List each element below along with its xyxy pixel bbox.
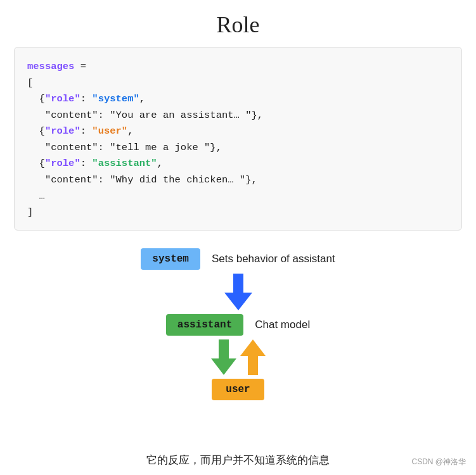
arrow-shaft-orange [248,356,258,375]
val-system: "system" [92,93,139,104]
arrow-up-orange [240,339,266,375]
code-line-4: "content": "You are an assistant… "}, [27,108,449,124]
double-arrow-row [211,339,266,375]
assistant-box: assistant [166,314,243,336]
assistant-row: assistant Chat model [166,314,310,336]
key-role-system: "role" [45,93,80,104]
page-title: Role [0,0,476,47]
assistant-description: Chat model [255,319,310,331]
val-user: "user" [92,125,127,137]
arrow-system-to-assistant [224,274,252,310]
code-line-9: … [27,189,449,205]
arrow-head-green [211,358,236,375]
watermark: CSDN @神洛华 [411,457,466,467]
val-assistant: "assistant" [92,158,157,169]
system-box: system [141,248,200,270]
system-row: system Sets behavior of assistant [141,248,335,270]
diagram-area: system Sets behavior of assistant assist… [0,248,476,400]
code-line-5: {"role": "user", [27,124,449,140]
keyword-messages: messages [27,61,74,72]
code-block: messages = [ {"role": "system", "content… [14,47,462,231]
arrow-down-green [211,339,236,375]
code-line-7: {"role": "assistant", [27,156,449,172]
arrow-head-blue [224,293,252,310]
code-line-2: [ [27,75,449,92]
arrow-shaft-green [219,339,229,358]
code-line-10: ] [27,205,449,221]
code-line-8: "content": "Why did the chicken… "}, [27,172,449,189]
code-line-1: messages = [27,59,449,75]
arrow-head-orange [240,339,266,356]
user-box: user [212,379,264,400]
code-line-6: "content": "tell me a joke "}, [27,140,449,156]
arrow-shaft-blue [233,274,243,293]
key-role-assistant: "role" [45,158,80,169]
code-line-3: {"role": "system", [27,91,449,108]
system-description: Sets behavior of assistant [212,253,335,265]
key-role-user: "role" [45,125,80,137]
bottom-caption: 它的反应，而用户并不知道系统的信息 [0,453,476,467]
